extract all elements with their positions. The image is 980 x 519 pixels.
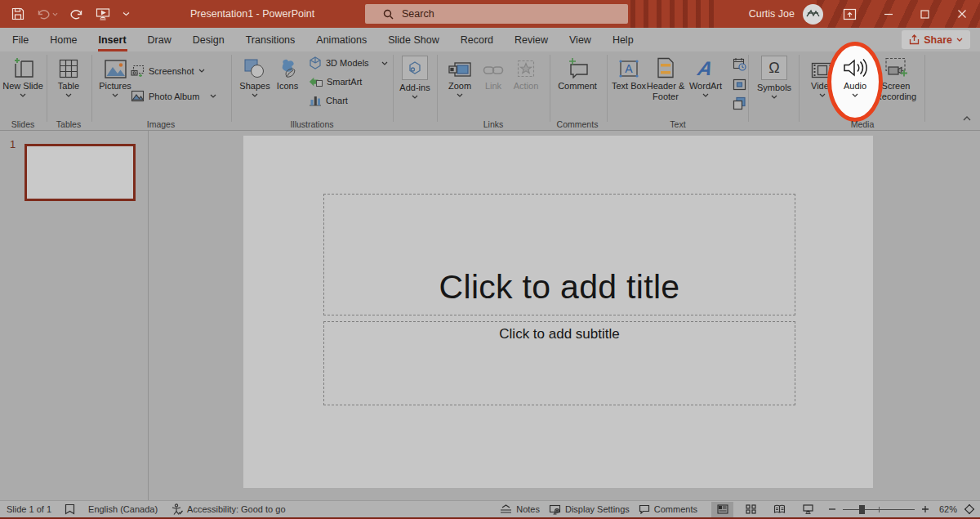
redo-icon[interactable] (70, 8, 83, 20)
view-sorter-icon (746, 504, 756, 514)
zoom-button[interactable]: Zoom (442, 56, 478, 97)
dropdown-chevron-icon (20, 93, 26, 97)
title-placeholder[interactable]: Click to add title (323, 194, 795, 315)
tab-transitions[interactable]: Transitions (235, 28, 306, 51)
search-icon (383, 9, 394, 20)
group-separator (607, 55, 608, 122)
shapes-button[interactable]: Shapes (236, 56, 274, 97)
slideshow-icon[interactable] (96, 7, 110, 20)
photo-album-button[interactable]: Photo Album (131, 90, 216, 102)
comment-icon (566, 56, 589, 78)
tab-record[interactable]: Record (450, 28, 504, 51)
date-time-icon (733, 57, 746, 71)
header-footer-icon (657, 56, 675, 78)
accessibility-checker[interactable]: Accessibility: Good to go (171, 503, 285, 515)
language-indicator[interactable]: English (Canada) (88, 504, 158, 514)
tab-slide-show[interactable]: Slide Show (377, 28, 450, 51)
group-separator (924, 55, 925, 122)
dropdown-chevron-icon (819, 93, 826, 97)
group-separator (231, 55, 232, 122)
object-button[interactable] (730, 94, 748, 112)
tab-draw[interactable]: Draw (137, 28, 182, 51)
tab-home[interactable]: Home (39, 28, 87, 51)
view-reading-button[interactable] (768, 502, 791, 517)
smartart-button[interactable]: SmartArt (309, 75, 362, 87)
maximize-button[interactable] (906, 0, 943, 28)
add-ins-icon (402, 56, 428, 80)
dropdown-chevron-icon (381, 61, 388, 65)
save-icon[interactable] (11, 7, 24, 20)
slide-thumbnail-panel[interactable]: 1 (0, 131, 149, 500)
icons-button[interactable]: Icons (271, 56, 304, 92)
undo-button[interactable] (37, 8, 58, 20)
tab-design[interactable]: Design (182, 28, 235, 51)
avatar[interactable] (803, 4, 823, 25)
subtitle-placeholder[interactable]: Click to add subtitle (323, 321, 795, 405)
action-button: Action (508, 56, 544, 92)
zoom-in-icon[interactable] (921, 505, 929, 513)
link-icon (483, 56, 504, 78)
slide-thumbnail[interactable] (24, 144, 136, 201)
proofing-icon[interactable] (65, 503, 75, 515)
tab-insert[interactable]: Insert (88, 28, 137, 51)
pictures-icon (105, 56, 127, 78)
comments-toggle[interactable]: Comments (639, 504, 697, 514)
search-placeholder: Search (402, 8, 434, 20)
tab-animations[interactable]: Animations (305, 28, 377, 51)
window-title: Presentation1 - PowerPoint (190, 0, 314, 28)
view-normal-button[interactable] (711, 502, 733, 517)
group-label-text: Text (670, 119, 685, 129)
dropdown-chevron-icon (771, 95, 777, 99)
close-button[interactable] (943, 0, 980, 28)
customize-qat-chevron-icon[interactable] (122, 11, 130, 16)
ribbon: New Slide Table Pictures Screenshot (0, 51, 980, 131)
zoom-out-icon[interactable] (828, 505, 836, 513)
zoom-slider-handle[interactable] (859, 505, 865, 514)
chart-button[interactable]: Chart (309, 94, 348, 106)
header-footer-button[interactable]: Header & Footer (643, 56, 688, 101)
group-label-comments: Comments (557, 119, 599, 129)
chart-icon (309, 94, 322, 106)
table-button[interactable]: Table (49, 56, 88, 97)
display-settings-button[interactable]: Display Settings (549, 504, 630, 515)
tab-review[interactable]: Review (504, 28, 559, 51)
text-box-button[interactable]: A Text Box (611, 56, 647, 92)
3d-models-button[interactable]: 3D Models (309, 56, 388, 69)
slide-canvas[interactable]: Click to add title Click to add subtitle (243, 136, 873, 488)
group-label-media: Media (851, 119, 875, 129)
group-separator (47, 55, 47, 122)
view-slide-sorter-button[interactable] (740, 502, 762, 517)
fit-window-icon[interactable] (964, 503, 975, 515)
dropdown-chevron-icon (210, 94, 216, 98)
group-label-illustrations: Illustrations (290, 119, 333, 129)
dropdown-chevron-icon (852, 93, 858, 97)
view-slideshow-button[interactable] (797, 502, 819, 517)
date-time-button[interactable] (730, 55, 748, 73)
collapse-ribbon-icon[interactable] (963, 116, 971, 121)
wordart-icon: A (698, 56, 712, 78)
dropdown-chevron-icon (702, 93, 709, 97)
wordart-button[interactable]: A WordArt (684, 56, 728, 97)
comment-button[interactable]: Comment (555, 56, 600, 92)
audio-button[interactable]: Audio (837, 56, 873, 97)
audio-icon (843, 56, 867, 78)
search-input[interactable]: Search (365, 4, 628, 24)
ribbon-display-options-icon[interactable] (843, 8, 857, 20)
notes-toggle[interactable]: Notes (500, 504, 540, 514)
slide-number-button[interactable] (730, 75, 748, 93)
3d-models-icon (309, 56, 322, 69)
tab-file[interactable]: File (2, 28, 39, 51)
titlebar-pattern (630, 0, 720, 28)
share-button[interactable]: Share (902, 30, 970, 49)
new-slide-button[interactable]: New Slide (2, 56, 44, 97)
minimize-button[interactable] (870, 0, 906, 28)
symbols-button[interactable]: Ω Symbols (753, 56, 795, 99)
zoom-slider[interactable] (843, 509, 915, 510)
tab-view[interactable]: View (559, 28, 602, 51)
zoom-level[interactable]: 62% (936, 504, 957, 514)
icons-icon (277, 56, 298, 78)
add-ins-button[interactable]: Add-ins (395, 56, 434, 99)
tab-help[interactable]: Help (602, 28, 644, 51)
screenshot-button[interactable]: Screenshot (131, 65, 205, 77)
user-name[interactable]: Curtis Joe (749, 8, 795, 20)
